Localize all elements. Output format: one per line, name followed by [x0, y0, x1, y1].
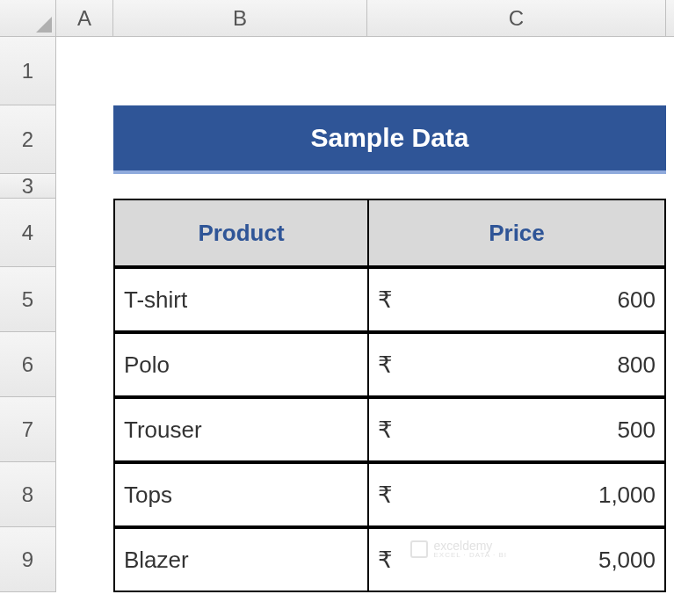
row-headers-column: 1 2 3 4 5 6 7 8 9 [0, 37, 56, 592]
row-header-4[interactable]: 4 [0, 199, 56, 267]
row-9-cells: Blazer ₹ 5,000 [56, 527, 666, 592]
row-header-1[interactable]: 1 [0, 37, 56, 105]
row-header-2[interactable]: 2 [0, 105, 56, 174]
row-header-8[interactable]: 8 [0, 462, 56, 527]
cell-c1[interactable] [367, 37, 666, 105]
watermark-icon [410, 540, 428, 558]
row-4-cells: Product Price [56, 199, 666, 267]
row-8-cells: Tops ₹ 1,000 [56, 462, 666, 527]
cell-c3[interactable] [367, 174, 666, 199]
product-cell-5[interactable]: Blazer [113, 527, 367, 592]
product-cell-3[interactable]: Trouser [113, 397, 367, 462]
price-value: 1,000 [598, 482, 656, 509]
watermark-text: exceldemy EXCEL · DATA · BI [433, 540, 507, 559]
price-cell-1[interactable]: ₹ 600 [367, 267, 666, 332]
select-all-corner[interactable] [0, 0, 56, 37]
cell-a3[interactable] [56, 174, 113, 199]
product-cell-1[interactable]: T-shirt [113, 267, 367, 332]
currency-symbol: ₹ [378, 351, 393, 379]
cell-a5[interactable] [56, 267, 113, 332]
cell-a9[interactable] [56, 527, 113, 592]
row-header-6[interactable]: 6 [0, 332, 56, 397]
cell-a2[interactable] [56, 105, 113, 174]
column-header-a[interactable]: A [56, 0, 113, 36]
price-cell-2[interactable]: ₹ 800 [367, 332, 666, 397]
cell-a4[interactable] [56, 199, 113, 267]
cell-b1[interactable] [113, 37, 367, 105]
row-5-cells: T-shirt ₹ 600 [56, 267, 666, 332]
column-header-c[interactable]: C [367, 0, 666, 36]
product-cell-2[interactable]: Polo [113, 332, 367, 397]
row-2-cells: Sample Data [56, 105, 666, 174]
row-header-9[interactable]: 9 [0, 527, 56, 592]
price-value: 5,000 [598, 547, 656, 574]
spreadsheet-grid: A B C 1 2 3 4 5 6 7 8 9 Sample Data Pro [0, 0, 674, 616]
content-area: Sample Data Product Price T-shirt ₹ 600 … [56, 37, 666, 592]
price-cell-5[interactable]: ₹ 5,000 [367, 527, 666, 592]
column-header-b[interactable]: B [113, 0, 367, 36]
currency-symbol: ₹ [378, 482, 393, 509]
header-price[interactable]: Price [367, 199, 666, 267]
product-cell-4[interactable]: Tops [113, 462, 367, 527]
column-headers-row: A B C [0, 0, 674, 37]
watermark: exceldemy EXCEL · DATA · BI [410, 540, 507, 559]
currency-symbol: ₹ [378, 547, 393, 574]
watermark-main: exceldemy [433, 540, 507, 552]
cell-a6[interactable] [56, 332, 113, 397]
row-header-3[interactable]: 3 [0, 174, 56, 199]
price-value: 500 [618, 417, 656, 444]
header-product[interactable]: Product [113, 199, 367, 267]
title-cell[interactable]: Sample Data [113, 105, 666, 174]
price-cell-4[interactable]: ₹ 1,000 [367, 462, 666, 527]
cell-a7[interactable] [56, 397, 113, 462]
price-cell-3[interactable]: ₹ 500 [367, 397, 666, 462]
price-value: 600 [618, 286, 656, 314]
row-7-cells: Trouser ₹ 500 [56, 397, 666, 462]
currency-symbol: ₹ [378, 286, 393, 314]
cell-a1[interactable] [56, 37, 113, 105]
row-header-7[interactable]: 7 [0, 397, 56, 462]
row-6-cells: Polo ₹ 800 [56, 332, 666, 397]
price-value: 800 [618, 351, 656, 379]
watermark-sub: EXCEL · DATA · BI [433, 552, 507, 559]
row-header-5[interactable]: 5 [0, 267, 56, 332]
row-1-cells [56, 37, 666, 105]
row-3-cells [56, 174, 666, 199]
currency-symbol: ₹ [378, 417, 393, 444]
cell-a8[interactable] [56, 462, 113, 527]
cell-b3[interactable] [113, 174, 367, 199]
